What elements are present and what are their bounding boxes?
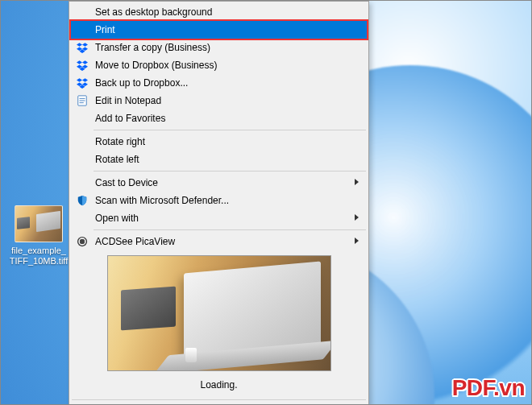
menu-scan-defender[interactable]: Scan with Microsoft Defender...	[71, 192, 367, 209]
menu-separator	[94, 130, 366, 130]
menu-separator	[94, 171, 366, 172]
watermark: PDF.vn	[452, 375, 525, 401]
desktop-file-icon[interactable]: file_example_TIFF_10MB.tiff	[9, 205, 69, 267]
menu-label: Rotate right	[95, 136, 145, 147]
dropbox-icon	[76, 41, 89, 54]
menu-label: Edit in Notepad	[95, 95, 161, 106]
menu-rotate-left[interactable]: Rotate left	[71, 151, 367, 168]
menu-label: Set as desktop background	[95, 6, 212, 18]
acdsee-icon	[76, 235, 89, 248]
notepad-icon	[76, 94, 89, 107]
submenu-arrow-icon	[355, 179, 359, 185]
menu-separator	[94, 229, 366, 230]
loading-text: Loading.	[76, 371, 362, 395]
file-thumbnail-icon	[15, 205, 63, 242]
menu-transfer-copy[interactable]: Transfer a copy (Business)	[71, 39, 367, 56]
menu-cast-to-device[interactable]: Cast to Device	[71, 174, 367, 192]
menu-open-with[interactable]: Open with	[71, 209, 367, 227]
context-menu: Set as desktop background Print Transfer…	[69, 1, 369, 405]
dropbox-icon	[76, 76, 89, 89]
menu-backup-to-dropbox[interactable]: Back up to Dropbox...	[71, 74, 367, 92]
menu-label: Open with	[95, 213, 139, 224]
menu-label: ACDSee PicaView	[95, 236, 175, 247]
menu-edit-in-notepad[interactable]: Edit in Notepad	[71, 92, 367, 110]
menu-label: Rotate left	[95, 154, 139, 165]
menu-acdsee-picaview[interactable]: ACDSee PicaView	[71, 233, 367, 250]
menu-separator	[72, 399, 366, 400]
picaview-preview-panel: Loading.	[71, 250, 367, 397]
menu-set-desktop-background[interactable]: Set as desktop background	[71, 3, 367, 21]
menu-label: Move to Dropbox (Business)	[95, 60, 217, 71]
dropbox-icon	[76, 59, 89, 72]
menu-rotate-right[interactable]: Rotate right	[71, 133, 367, 151]
menu-print[interactable]: Print	[71, 21, 367, 39]
menu-label: Scan with Microsoft Defender...	[95, 195, 229, 206]
image-preview	[107, 255, 331, 371]
file-label: file_example_TIFF_10MB.tiff	[9, 246, 69, 267]
menu-label: Back up to Dropbox...	[95, 77, 188, 89]
menu-label: Cast to Device	[95, 177, 158, 188]
menu-label: Print	[95, 24, 115, 35]
menu-label: Add to Favorites	[95, 113, 165, 124]
menu-move-to-dropbox[interactable]: Move to Dropbox (Business)	[71, 56, 367, 74]
submenu-arrow-icon	[355, 214, 359, 221]
menu-label: Transfer a copy (Business)	[95, 42, 210, 53]
shield-icon	[76, 194, 89, 207]
menu-add-to-favorites[interactable]: Add to Favorites	[71, 110, 367, 127]
submenu-arrow-icon	[355, 238, 359, 244]
